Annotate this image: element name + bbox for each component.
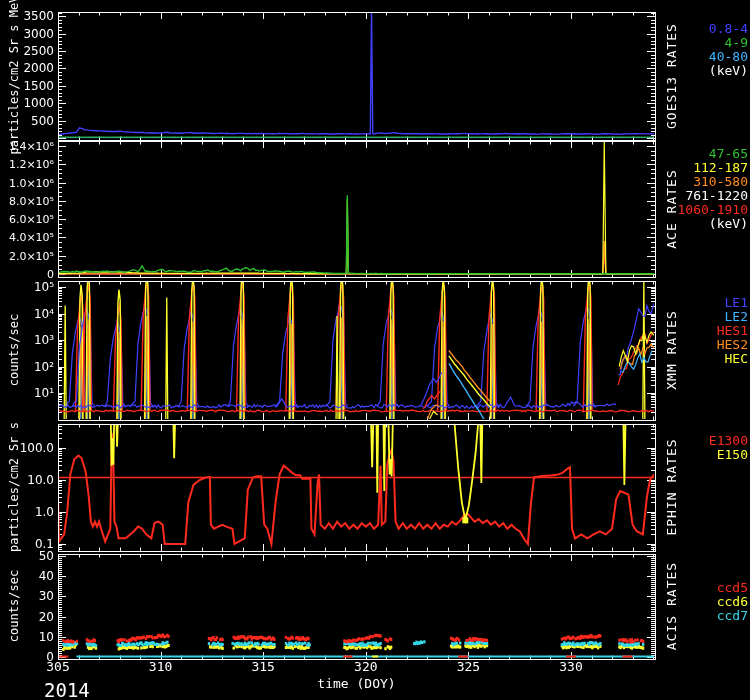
legend-ace-310-580: 310-580	[693, 175, 748, 189]
plot-canvas	[0, 0, 750, 700]
x-axis-title: time (DOY)	[58, 676, 655, 691]
legend-xmm-hes1: HES1	[717, 324, 748, 338]
legend-ace-761-1220: 761-1220	[685, 189, 748, 203]
legend-ace--kev-: (keV)	[709, 217, 748, 231]
legend-ephin-e150: E150	[717, 448, 748, 462]
legend-xmm-hec: HEC	[725, 352, 748, 366]
legend-acis-ccd7: ccd7	[717, 609, 748, 623]
legend-xmm-le1: LE1	[725, 296, 748, 310]
legend-ace-1060-1910: 1060-1910	[678, 203, 748, 217]
legend-ace-47-65: 47-65	[709, 147, 748, 161]
acis-panel-title: ACIS RATES	[664, 526, 680, 686]
legend-ephin-e1300: E1300	[709, 434, 748, 448]
legend-goes13-40-80: 40-80	[709, 50, 748, 64]
legend-goes13--kev-: (keV)	[709, 64, 748, 78]
legend-acis-ccd5: ccd5	[717, 581, 748, 595]
acis-y-axis-label: counts/sec	[7, 511, 21, 700]
legend-xmm-hes2: HES2	[717, 338, 748, 352]
goes13-y-axis-label: particles/cm2 Sr s MeV	[7, 0, 21, 170]
legend-acis-ccd6: ccd6	[717, 595, 748, 609]
legend-goes13-4-9: 4-9	[725, 36, 748, 50]
year-label: 2014	[44, 679, 90, 700]
legend-ace-112-187: 112-187	[693, 161, 748, 175]
legend-goes13-0-8-4: 0.8-4	[709, 22, 748, 36]
radiation-monitor-figure: particles/cm2 Sr s MeV counts/sec partic…	[0, 0, 750, 700]
legend-xmm-le2: LE2	[725, 310, 748, 324]
xmm-panel-title: XMM RATES	[664, 270, 680, 430]
